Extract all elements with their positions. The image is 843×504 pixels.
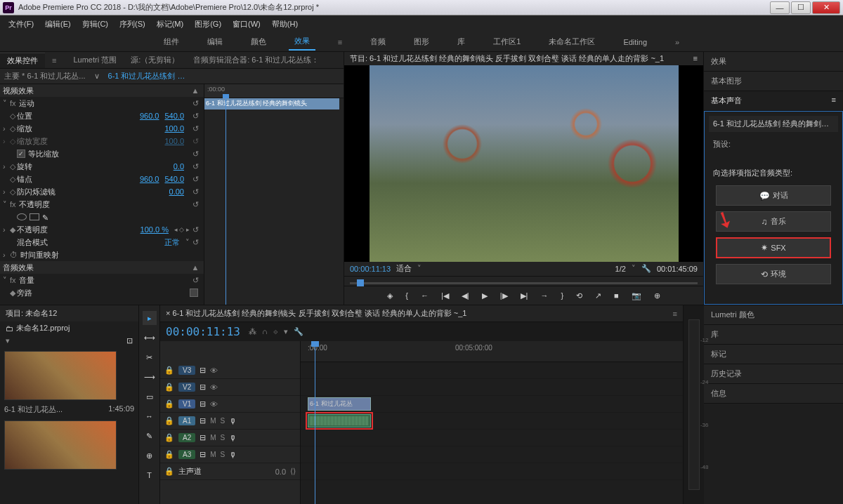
ripple-tool-icon[interactable]: ✂: [143, 350, 157, 364]
selection-tool-icon[interactable]: ▸: [143, 311, 157, 325]
checkbox-bypass[interactable]: [190, 289, 198, 297]
step-fwd-icon[interactable]: ▶|: [518, 290, 531, 302]
effect-opacity[interactable]: 不透明度: [19, 199, 190, 210]
track-v3[interactable]: V3: [178, 366, 195, 375]
go-in-icon[interactable]: ←: [418, 290, 431, 301]
mute-icon[interactable]: M: [210, 417, 216, 425]
reset-icon[interactable]: ↺: [190, 124, 201, 133]
eye-icon[interactable]: 👁: [210, 383, 218, 392]
settings-icon[interactable]: ▾: [284, 327, 288, 336]
scrub-playhead[interactable]: [357, 279, 364, 286]
lock-icon[interactable]: 🔒: [164, 433, 174, 442]
ws-editing[interactable]: 编辑: [202, 34, 228, 50]
mic-icon[interactable]: 🎙: [229, 417, 237, 425]
minimize-button[interactable]: —: [770, 1, 790, 14]
export-frame-icon[interactable]: ■: [611, 290, 622, 301]
video-clip[interactable]: 6-1 和过儿花丛: [308, 397, 371, 411]
checkbox-uniform-scale[interactable]: [17, 150, 25, 158]
menu-window[interactable]: 窗口(W): [228, 18, 265, 31]
frame-back-icon[interactable]: ◀|: [459, 290, 472, 302]
filter-icon[interactable]: ⊡: [126, 336, 133, 345]
program-menu-icon[interactable]: ≡: [693, 54, 698, 62]
toggle-icon[interactable]: ⊟: [200, 383, 206, 392]
lock-icon[interactable]: 🔒: [164, 366, 174, 375]
razor-tool-icon[interactable]: ⟶: [143, 370, 157, 384]
reset-icon[interactable]: ↺: [190, 187, 201, 197]
lock-icon[interactable]: 🔒: [164, 416, 174, 425]
ec-clip-bar[interactable]: 6-1 和过儿花丛练剑 经典的舞剑镜头: [204, 98, 339, 110]
tab-essential-graphics[interactable]: 基本图形: [704, 72, 843, 91]
toggle-icon[interactable]: ⊟: [200, 433, 206, 442]
reset-motion-icon[interactable]: ↺: [190, 99, 201, 108]
tab-source-none[interactable]: 源:（无剪辑）: [124, 53, 186, 67]
tab-effect-controls[interactable]: 效果控件: [0, 53, 45, 68]
tab-info[interactable]: 信息: [704, 384, 843, 404]
settings-icon[interactable]: 🔧: [641, 264, 651, 273]
menu-file[interactable]: 文件(F): [4, 18, 38, 31]
reset-icon[interactable]: ↺: [190, 175, 201, 184]
lock-icon[interactable]: 🔒: [164, 383, 174, 392]
effect-time-remap[interactable]: 时间重映射: [20, 250, 201, 260]
val-opacity[interactable]: 100.0 %: [140, 225, 169, 234]
timeline-menu-icon[interactable]: ≡: [673, 310, 677, 318]
effect-controls-timeline[interactable]: :00:00 6-1 和过儿花丛练剑 经典的舞剑镜头: [204, 84, 344, 305]
type-tool-icon[interactable]: T: [143, 468, 157, 482]
tab-effects[interactable]: 效果: [704, 52, 843, 72]
es-dialogue-button[interactable]: 💬对话: [716, 185, 831, 206]
tab-lumetri-scopes[interactable]: Lumetri 范围: [66, 53, 124, 67]
timeline-sequence-name[interactable]: × 6-1 和过儿花丛练剑 经典的舞剑镜头 反手拔剑 双剑合璧 谈话 经典的单人…: [166, 308, 466, 319]
eye-icon[interactable]: 👁: [210, 400, 218, 409]
play-icon[interactable]: ▶: [479, 290, 490, 302]
val-rotation[interactable]: 0.0: [174, 162, 184, 171]
ec-playhead[interactable]: [226, 98, 226, 305]
step-back-icon[interactable]: |◀: [438, 290, 452, 302]
val-blend[interactable]: 正常: [164, 237, 180, 248]
reset-volume-icon[interactable]: ↺: [190, 276, 201, 285]
ec-sequence-clip[interactable]: 6-1 和过儿花丛练剑 …: [104, 71, 190, 81]
ws-effects-menu-icon[interactable]: ≡: [332, 35, 348, 49]
es-sfx-button[interactable]: ✷SFX: [716, 237, 831, 258]
menu-markers[interactable]: 标记(M): [152, 18, 188, 31]
ws-custom1[interactable]: 工作区1: [488, 34, 526, 50]
program-timecode[interactable]: 00:00:11:13: [350, 265, 391, 273]
es-menu-icon[interactable]: ≡: [832, 95, 836, 106]
tab-lumetri-color[interactable]: Lumetri 颜色: [704, 305, 843, 325]
effect-controls-menu-icon[interactable]: ≡: [45, 54, 63, 67]
tab-markers[interactable]: 标记: [704, 345, 843, 364]
solo-icon[interactable]: S: [221, 417, 226, 425]
track-v1[interactable]: V1: [178, 399, 195, 409]
tab-audio-clip-mixer[interactable]: 音频剪辑混合器: 6-1 和过儿花丛练：: [186, 53, 326, 67]
project-thumbnail[interactable]: [4, 351, 117, 400]
project-title[interactable]: 项目: 未命名12: [0, 305, 138, 321]
eye-icon[interactable]: 👁: [210, 366, 218, 375]
val-scale[interactable]: 100.0: [164, 124, 184, 133]
mute-icon[interactable]: M: [210, 451, 216, 458]
link-icon[interactable]: ∩: [262, 327, 268, 336]
es-ambience-button[interactable]: ⟲环境: [716, 264, 831, 284]
ws-overflow-icon[interactable]: »: [669, 35, 685, 49]
reset-opacity-icon[interactable]: ↺: [190, 200, 201, 209]
mask-shape-icons[interactable]: ✎: [17, 213, 52, 220]
hand-tool-icon[interactable]: ✎: [143, 429, 157, 443]
reset-icon[interactable]: ↺: [190, 225, 201, 234]
solo-icon[interactable]: S: [221, 451, 226, 458]
wrench-icon[interactable]: 🔧: [294, 327, 303, 336]
menu-sequence[interactable]: 序列(S): [115, 18, 150, 31]
extract-icon[interactable]: ↗: [592, 290, 604, 302]
marker-icon[interactable]: ◈: [384, 290, 396, 302]
menu-edit[interactable]: 编辑(E): [41, 18, 75, 31]
timeline-tracks[interactable]: :00:00 00:05:00:00 6-1 和过儿花丛: [301, 341, 683, 504]
val-anchor-y[interactable]: 540.0: [164, 175, 184, 183]
track-a3[interactable]: A3: [178, 450, 195, 459]
reset-icon[interactable]: ↺: [190, 112, 201, 121]
val-scale-w[interactable]: 100.0: [164, 137, 184, 145]
val-pos-x[interactable]: 960.0: [140, 112, 159, 120]
mic-icon[interactable]: 🎙: [229, 451, 237, 459]
tab-libraries[interactable]: 库: [704, 325, 843, 345]
camera-icon[interactable]: 📷: [629, 290, 644, 302]
mute-icon[interactable]: M: [210, 434, 216, 442]
lift-icon[interactable]: ⟲: [573, 290, 585, 302]
val-antiflicker[interactable]: 0.00: [169, 187, 184, 196]
marker-icon[interactable]: ⟐: [273, 327, 278, 336]
toggle-icon[interactable]: ⊟: [200, 399, 206, 409]
